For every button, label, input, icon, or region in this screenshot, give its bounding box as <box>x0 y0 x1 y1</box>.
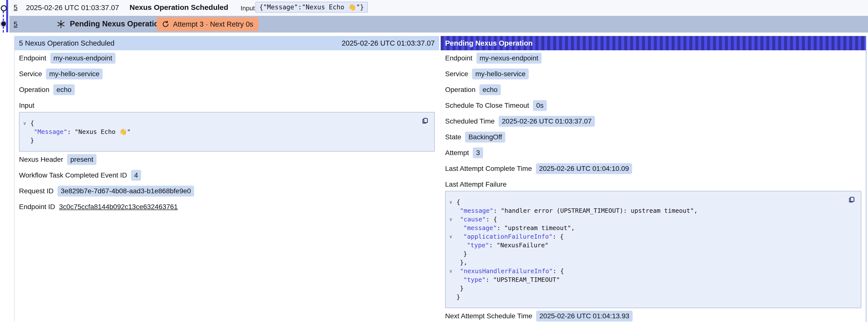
field-row-operation: Operationecho <box>445 82 861 98</box>
field-value-badge: echo <box>479 84 501 95</box>
event-detail-fields: Endpointmy-nexus-endpointServicemy-hello… <box>14 50 439 215</box>
json-text: : "handler error (UPSTREAM_TIMEOUT): ups… <box>493 207 698 214</box>
field-value-badge: 2025-02-26 UTC 01:04:10.09 <box>536 163 632 174</box>
field-label: Workflow Task Completed Event ID <box>19 171 127 179</box>
json-line-gutter <box>23 136 30 145</box>
json-text: : "upstream timeout", <box>497 224 575 231</box>
field-label: Next Attempt Schedule Time <box>445 312 532 320</box>
pending-event-id-link[interactable]: 5 <box>13 20 18 28</box>
timeline-event-marker-open <box>1 5 7 11</box>
json-line-content: { <box>457 198 460 206</box>
field-row-scheduled-time: Scheduled Time2025-02-26 UTC 01:03:37.07 <box>445 114 861 129</box>
json-line-gutter <box>449 284 457 293</box>
collapse-chevron-icon[interactable]: ∨ <box>449 215 457 224</box>
field-row-last-attempt-complete-time: Last Attempt Complete Time2025-02-26 UTC… <box>445 161 861 176</box>
field-row-request-id: Request ID3e829b7e-7d67-4b08-aad3-b1e868… <box>19 183 435 199</box>
field-label: Endpoint <box>445 54 472 62</box>
field-label: Input <box>19 98 431 112</box>
json-line-gutter <box>449 258 457 267</box>
json-line: "message": "upstream timeout", <box>449 224 844 232</box>
json-line-gutter <box>449 224 457 232</box>
collapse-chevron-icon[interactable]: ∨ <box>449 267 457 276</box>
pending-operation-panel-title: Pending Nexus Operation <box>445 39 533 47</box>
json-text: : "NexusFailure" <box>489 242 549 249</box>
json-line: "type": "UPSTREAM_TIMEOUT" <box>449 276 844 284</box>
json-text: } <box>30 137 34 144</box>
collapse-chevron-icon[interactable]: ∨ <box>449 198 457 206</box>
json-key: "nexusHandlerFailureInfo" <box>460 267 553 275</box>
json-key: "message" <box>460 207 493 214</box>
field-row-next-attempt-schedule-time: Next Attempt Schedule Time2025-02-26 UTC… <box>445 308 861 322</box>
json-text: } <box>463 250 467 257</box>
field-row-service: Servicemy-hello-service <box>445 66 861 82</box>
field-value-link[interactable]: 3c0c75ccfa8144b092c13ce632463761 <box>59 203 178 211</box>
json-line-content: } <box>457 293 460 301</box>
event-timestamp: 2025-02-26 UTC 01:03:37.07 <box>26 4 119 12</box>
field-value-badge: 0s <box>533 100 547 111</box>
event-input-preview[interactable]: {"Message":"Nexus Echo 👋"} <box>255 2 368 12</box>
field-row-workflow-task-completed-event-id: Workflow Task Completed Event ID4 <box>19 167 435 183</box>
field-value-badge: echo <box>53 84 75 95</box>
field-row-operation: Operationecho <box>19 82 435 98</box>
field-value-badge: my-nexus-endpoint <box>50 53 116 64</box>
json-key: "message" <box>463 224 497 231</box>
event-detail-panel-header: 5 Nexus Operation Scheduled 2025-02-26 U… <box>14 36 439 50</box>
json-line-gutter <box>449 206 457 215</box>
json-line-gutter <box>449 241 457 250</box>
event-input-label: Input <box>241 4 255 12</box>
field-label: Scheduled Time <box>445 117 495 125</box>
field-label: Service <box>445 70 468 78</box>
field-label: State <box>445 133 461 141</box>
json-line: } <box>23 136 417 145</box>
field-value-badge: present <box>67 154 96 165</box>
field-row-state: StateBackingOff <box>445 129 861 145</box>
field-label: Endpoint <box>19 54 46 62</box>
field-row-endpoint: Endpointmy-nexus-endpoint <box>445 50 861 66</box>
copy-icon <box>847 195 856 204</box>
json-line-content: "nexusHandlerFailureInfo": { <box>457 267 564 276</box>
json-line-content: } <box>457 284 464 293</box>
json-text: : "UPSTREAM_TIMEOUT" <box>486 276 560 283</box>
field-row-schedule-to-close-timeout: Schedule To Close Timeout0s <box>445 98 861 114</box>
field-value-badge: 3e829b7e-7d67-4b08-aad3-b1e868bfe9e0 <box>58 186 194 197</box>
field-label: Endpoint ID <box>19 203 55 211</box>
field-label: Operation <box>19 86 49 94</box>
field-value-badge: 2025-02-26 UTC 01:03:37.07 <box>499 116 595 127</box>
json-text: } <box>457 293 460 300</box>
field-label: Nexus Header <box>19 156 63 163</box>
json-line: } <box>449 293 844 301</box>
json-line: ∨{ <box>23 119 417 127</box>
field-label: Schedule To Close Timeout <box>445 102 529 109</box>
json-line-gutter <box>449 293 457 301</box>
field-value-badge: 3 <box>473 148 483 159</box>
json-line: "message": "handler error (UPSTREAM_TIME… <box>449 206 844 215</box>
copy-json-button[interactable] <box>421 116 430 125</box>
json-line: ∨"cause": { <box>449 215 844 224</box>
json-line-gutter <box>449 250 457 258</box>
json-text: }, <box>460 259 467 266</box>
field-row-service: Servicemy-hello-service <box>19 66 435 82</box>
json-line-content: "Message": "Nexus Echo 👋" <box>30 127 130 136</box>
event-input-preview-text: {"Message":"Nexus Echo 👋"} <box>259 3 364 11</box>
retry-status-badge: Attempt 3 · Next Retry 0s <box>157 17 258 31</box>
copy-json-button[interactable] <box>847 195 857 204</box>
field-value-badge: my-hello-service <box>472 68 529 79</box>
json-text: : "Nexus Echo 👋" <box>67 128 130 135</box>
pending-operation-row[interactable]: 5 Pending Nexus Operation Attempt 3 · Ne… <box>9 16 868 33</box>
json-line: ∨"applicationFailureInfo": { <box>449 232 844 241</box>
field-label: Attempt <box>445 149 469 157</box>
event-id-link[interactable]: 5 <box>13 3 18 11</box>
json-key: "type" <box>463 276 486 283</box>
collapse-chevron-icon[interactable]: ∨ <box>449 232 457 241</box>
field-row-input: Input∨{"Message": "Nexus Echo 👋"} <box>19 98 435 152</box>
json-line: } <box>449 284 844 293</box>
event-summary-row[interactable]: 5 2025-02-26 UTC 01:03:37.07 Nexus Opera… <box>9 0 868 15</box>
json-line-content: { <box>30 119 34 127</box>
json-viewer: ∨{"message": "handler error (UPSTREAM_TI… <box>445 191 861 308</box>
timeline-active-bar <box>6 0 8 32</box>
field-label: Request ID <box>19 187 54 195</box>
collapse-chevron-icon[interactable]: ∨ <box>23 119 30 127</box>
event-detail-panel-timestamp: 2025-02-26 UTC 01:03:37.07 <box>342 39 435 47</box>
json-line-gutter <box>449 276 457 284</box>
copy-icon <box>421 117 429 125</box>
